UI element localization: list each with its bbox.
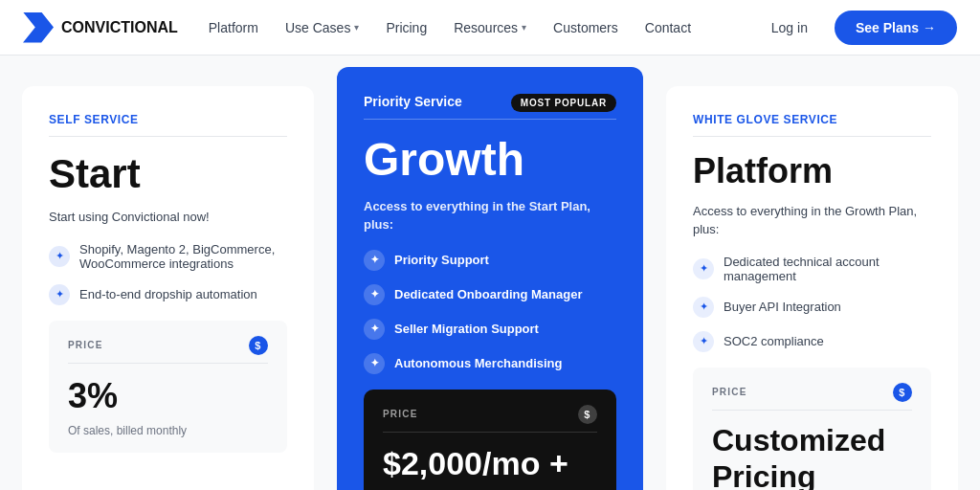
price-divider — [68, 363, 268, 364]
price-value-platform: Customized Pricing — [712, 422, 912, 490]
nav-right: Log in See Plans → — [760, 11, 957, 45]
price-label: PRICE $ — [68, 336, 268, 355]
nav-left: CONVICTIONAL Platform Use Cases ▾ Pricin… — [23, 12, 691, 43]
plan-subtitle-start: Start using Convictional now! — [49, 208, 287, 227]
feature-icon: ✦ — [364, 319, 385, 340]
feature-icon: ✦ — [364, 250, 385, 271]
price-divider — [712, 410, 912, 411]
price-divider — [383, 432, 597, 433]
feature-text: Buyer API Integration — [724, 300, 841, 314]
feature-icon: ✦ — [693, 258, 714, 279]
price-box-growth: PRICE $ $2,000/mo + 1% — [364, 390, 616, 490]
divider — [49, 136, 287, 137]
dollar-icon: $ — [578, 405, 597, 424]
feature-icon: ✦ — [364, 353, 385, 374]
feature-icon: ✦ — [364, 284, 385, 305]
feature-icon: ✦ — [693, 331, 714, 352]
price-label: PRICE $ — [383, 405, 597, 424]
feature-item: ✦ Autonomous Merchandising — [364, 353, 616, 374]
price-note-start: Of sales, billed monthly — [68, 424, 268, 437]
navbar: CONVICTIONAL Platform Use Cases ▾ Pricin… — [0, 0, 980, 56]
feature-item: ✦ SOC2 compliance — [693, 331, 931, 352]
nav-use-cases[interactable]: Use Cases ▾ — [285, 20, 359, 35]
feature-item: ✦ Buyer API Integration — [693, 297, 931, 318]
plan-name-growth: Growth — [364, 135, 616, 186]
plan-card-start: Self Service Start Start using Convictio… — [22, 86, 314, 490]
feature-item: ✦ Dedicated Onboarding Manager — [364, 284, 616, 305]
pricing-section: Self Service Start Start using Convictio… — [0, 56, 980, 490]
chevron-down-icon: ▾ — [522, 22, 526, 33]
feature-text: Shopify, Magento 2, BigCommerce, WooComm… — [79, 242, 287, 271]
nav-platform[interactable]: Platform — [209, 20, 258, 35]
price-value-start: 3% — [68, 375, 268, 416]
login-button[interactable]: Log in — [760, 14, 819, 41]
plan-name-start: Start — [49, 152, 287, 196]
price-box-platform: PRICE $ Customized Pricing — [693, 368, 931, 490]
nav-customers[interactable]: Customers — [553, 20, 618, 35]
divider — [364, 119, 616, 120]
feature-icon: ✦ — [49, 284, 70, 305]
feature-text: SOC2 compliance — [724, 334, 824, 348]
feature-item: ✦ Dedicated technical account management — [693, 255, 931, 283]
see-plans-button[interactable]: See Plans → — [835, 11, 957, 45]
plan-type-platform: White Glove Service — [693, 113, 931, 126]
most-popular-badge: MOST POPULAR — [511, 94, 616, 112]
feature-text: Dedicated Onboarding Manager — [394, 287, 582, 301]
feature-text: Autonomous Merchandising — [394, 356, 563, 370]
price-box-start: PRICE $ 3% Of sales, billed monthly — [49, 321, 287, 453]
feature-icon: ✦ — [693, 297, 714, 318]
plan-subtitle-platform: Access to everything in the Growth Plan,… — [693, 202, 931, 239]
feature-item: ✦ End-to-end dropship automation — [49, 284, 287, 305]
feature-text: Dedicated technical account management — [724, 255, 931, 283]
plan-type-start: Self Service — [49, 113, 287, 126]
price-label: PRICE $ — [712, 383, 912, 402]
nav-pricing[interactable]: Pricing — [386, 20, 427, 35]
chevron-down-icon: ▾ — [354, 22, 359, 33]
logo[interactable]: CONVICTIONAL — [23, 12, 178, 43]
feature-item: ✦ Shopify, Magento 2, BigCommerce, WooCo… — [49, 242, 287, 271]
feature-icon: ✦ — [49, 246, 70, 267]
nav-resources[interactable]: Resources ▾ — [454, 20, 526, 35]
feature-item: ✦ Priority Support — [364, 250, 616, 271]
feature-text: Priority Support — [394, 253, 489, 267]
feature-text: End-to-end dropship automation — [79, 287, 257, 301]
nav-contact[interactable]: Contact — [645, 20, 691, 35]
divider — [693, 136, 931, 137]
plan-card-growth: Priority Service MOST POPULAR Growth Acc… — [337, 67, 643, 490]
plan-card-platform: White Glove Service Platform Access to e… — [666, 86, 958, 490]
feature-item: ✦ Seller Migration Support — [364, 319, 616, 340]
feature-text: Seller Migration Support — [394, 322, 539, 336]
logo-icon — [23, 12, 54, 43]
price-value-growth: $2,000/mo + 1% — [383, 444, 597, 490]
dollar-icon: $ — [893, 383, 912, 402]
plan-name-platform: Platform — [693, 152, 931, 190]
dollar-icon: $ — [249, 336, 268, 355]
nav-links: Platform Use Cases ▾ Pricing Resources ▾… — [209, 20, 691, 35]
logo-text: CONVICTIONAL — [61, 19, 178, 36]
plan-subtitle-growth: Access to everything in the Start Plan, … — [364, 197, 616, 234]
